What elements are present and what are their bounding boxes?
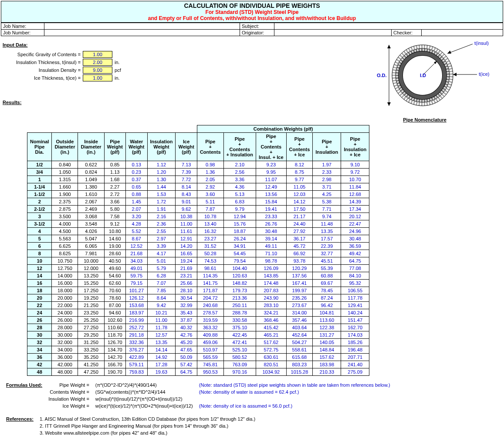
cell: 17.50 bbox=[286, 206, 313, 213]
cell: 34.03 bbox=[126, 257, 147, 265]
cell: 36 bbox=[27, 354, 52, 361]
cell: 1-1/2 bbox=[27, 191, 52, 198]
cell: 50.09 bbox=[176, 354, 197, 361]
cell: 2.33 bbox=[313, 169, 341, 176]
cell: 70.60 bbox=[104, 287, 125, 294]
cell: 5.047 bbox=[78, 235, 104, 243]
cell: 580.52 bbox=[223, 354, 256, 361]
cell: 10.750 bbox=[52, 257, 78, 265]
cell: 14 bbox=[27, 272, 52, 280]
cell: 122.38 bbox=[313, 324, 341, 331]
cell: 140.24 bbox=[341, 309, 369, 317]
cell: 1.36 bbox=[197, 169, 223, 176]
cell: 190.70 bbox=[104, 368, 125, 376]
cell: 2.27 bbox=[104, 183, 125, 191]
cell: 14.12 bbox=[286, 198, 313, 206]
cell: 2.05 bbox=[197, 176, 223, 183]
cell: 1.97 bbox=[313, 161, 341, 169]
formulas-block: Formulas Used:Pipe Weight =(π*(OD^2-ID^2… bbox=[3, 381, 394, 410]
cell: 8.12 bbox=[286, 161, 313, 169]
cell: 7.39 bbox=[176, 169, 197, 176]
cell: 11.84 bbox=[341, 183, 369, 191]
cell: 2 bbox=[27, 198, 52, 206]
cell: 16.65 bbox=[176, 250, 197, 257]
cell: 137.56 bbox=[286, 272, 313, 280]
cell: 110.60 bbox=[104, 324, 125, 331]
cell: 14.14 bbox=[147, 346, 176, 354]
cell: 2.72 bbox=[104, 191, 125, 198]
cell: 7.71 bbox=[313, 206, 341, 213]
cell: 35.250 bbox=[78, 354, 104, 361]
col-header: Pipe+Insulation+ Ice bbox=[341, 133, 369, 161]
cell: 24.000 bbox=[52, 309, 78, 317]
table-row: 66.6256.06519.0012.523.3914.2031.5234.91… bbox=[27, 243, 369, 250]
sg-label: Specific Gravity of Contents = bbox=[15, 51, 82, 58]
cell: 0.85 bbox=[104, 161, 125, 169]
cell: 759.83 bbox=[126, 368, 147, 376]
cell: 34.000 bbox=[52, 346, 78, 354]
table-row: 1010.75010.00040.5034.035.0119.2474.5379… bbox=[27, 257, 369, 265]
tins-input[interactable]: 2.00 bbox=[83, 59, 112, 66]
tice-unit: in. bbox=[113, 74, 122, 81]
cell: 3.068 bbox=[78, 213, 104, 220]
cell: 8.14 bbox=[176, 183, 197, 191]
cell: 84.10 bbox=[341, 272, 369, 280]
cell: 183.98 bbox=[313, 361, 341, 368]
cell: 250.11 bbox=[223, 302, 256, 309]
cell: 11.05 bbox=[286, 183, 313, 191]
cell: 273.67 bbox=[286, 302, 313, 309]
sg-input[interactable]: 1.00 bbox=[83, 51, 112, 58]
cell: 19.41 bbox=[256, 206, 287, 213]
cell: 3.60 bbox=[197, 191, 223, 198]
insd-input[interactable]: 9.00 bbox=[83, 67, 112, 74]
cell: 7.85 bbox=[147, 287, 176, 294]
svg-marker-7 bbox=[387, 45, 391, 48]
cell: 9.42 bbox=[147, 302, 176, 309]
table-row: 3/41.0500.8241.130.231.207.391.362.569.9… bbox=[27, 169, 369, 176]
cell: 106.55 bbox=[341, 287, 369, 294]
originator-field[interactable] bbox=[274, 30, 392, 36]
cell: 27.250 bbox=[78, 324, 104, 331]
cell: 2.97 bbox=[147, 235, 176, 243]
cell: 579.11 bbox=[126, 361, 147, 368]
cell: 174.48 bbox=[256, 280, 287, 287]
cell: 78.60 bbox=[104, 294, 125, 302]
cell: 8.75 bbox=[286, 169, 313, 176]
cell: 23.27 bbox=[197, 235, 223, 243]
cell: 26.76 bbox=[256, 220, 287, 228]
cell: 2.56 bbox=[223, 169, 256, 176]
cell: 21.250 bbox=[78, 302, 104, 309]
cell: 12.94 bbox=[223, 213, 256, 220]
cell: 2.92 bbox=[197, 183, 223, 191]
cell: 19.24 bbox=[176, 257, 197, 265]
cell: 13.250 bbox=[78, 272, 104, 280]
cell: 4.026 bbox=[78, 228, 104, 235]
subject-field[interactable] bbox=[274, 23, 503, 30]
cell: 11.78 bbox=[147, 324, 176, 331]
cell: 630.61 bbox=[256, 354, 287, 361]
cell: 10.80 bbox=[104, 228, 125, 235]
cell: 8 bbox=[27, 250, 52, 257]
jobname-field[interactable] bbox=[44, 23, 240, 30]
cell: 204.72 bbox=[197, 294, 223, 302]
cell: 36.000 bbox=[52, 354, 78, 361]
cell: 319.59 bbox=[197, 317, 223, 324]
cell: 207.83 bbox=[256, 287, 287, 294]
cell: 120.63 bbox=[223, 272, 256, 280]
cell: 23.33 bbox=[256, 213, 287, 220]
cell: 13.35 bbox=[147, 339, 176, 346]
cell: 13.40 bbox=[197, 220, 223, 228]
checker-field[interactable] bbox=[422, 30, 503, 36]
cell: 34 bbox=[27, 346, 52, 354]
cell: 64.75 bbox=[341, 257, 369, 265]
cell: 3.39 bbox=[147, 243, 176, 250]
cell: 5.52 bbox=[126, 228, 147, 235]
cell: 28.10 bbox=[176, 287, 197, 294]
cell: 66.92 bbox=[286, 250, 313, 257]
cell: 26 bbox=[27, 317, 52, 324]
cell: 12.68 bbox=[341, 191, 369, 198]
page-subtitle-1: For Standard (STD) Weight Steel Pipe bbox=[1, 9, 503, 15]
cell: 11.00 bbox=[176, 220, 197, 228]
tice-input[interactable]: 1.00 bbox=[83, 74, 112, 81]
jobnumber-field[interactable] bbox=[44, 30, 240, 36]
